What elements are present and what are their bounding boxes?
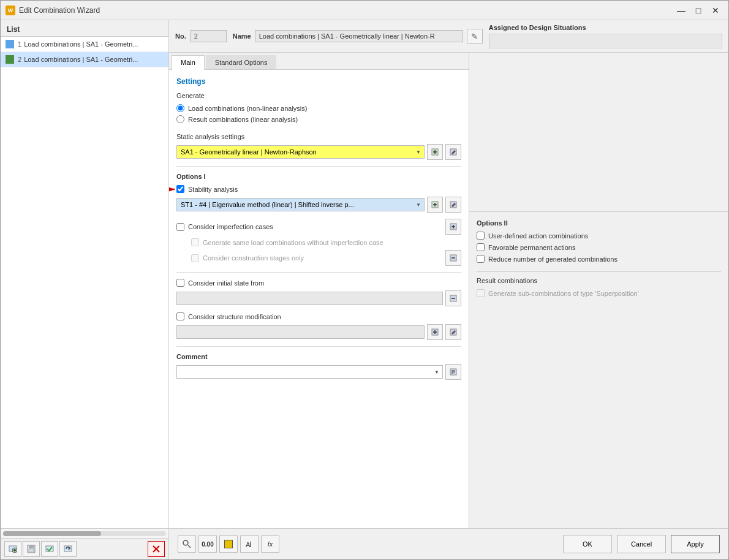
initial-state-btn[interactable] xyxy=(445,290,461,306)
structure-mod-label[interactable]: Consider structure modification xyxy=(188,313,281,320)
construction-checkbox[interactable] xyxy=(191,254,199,262)
text-tool-button[interactable]: A xyxy=(240,535,259,553)
structure-mod-btn1[interactable] xyxy=(427,324,443,340)
apply-button[interactable]: Apply xyxy=(671,535,720,553)
tab-standard-options[interactable]: Standard Options xyxy=(206,55,277,69)
structure-mod-input[interactable] xyxy=(176,325,425,339)
check-icon xyxy=(45,545,54,553)
window-controls: — □ ✕ xyxy=(673,4,723,17)
construction-btn[interactable] xyxy=(445,250,461,266)
stability-btn1[interactable] xyxy=(427,197,443,213)
search-tool-button[interactable] xyxy=(178,535,196,553)
initial-state-input-row xyxy=(176,290,461,306)
edit-name-button[interactable]: ✎ xyxy=(467,29,483,44)
cancel-button[interactable]: Cancel xyxy=(617,535,666,553)
svg-text:A: A xyxy=(246,541,251,548)
result-combinations-label: Result combinations xyxy=(477,277,721,284)
imperfection-checkbox[interactable] xyxy=(176,223,184,231)
check-button[interactable] xyxy=(41,541,58,557)
reduce-row: Reduce number of generated combinations xyxy=(477,255,721,263)
static-analysis-btn2[interactable] xyxy=(445,144,461,160)
radio-linear[interactable] xyxy=(176,115,184,123)
struct-icon1 xyxy=(431,328,439,336)
app-icon: W xyxy=(6,6,15,15)
assigned-section: Assigned to Design Situations xyxy=(489,24,722,48)
item-icon-green xyxy=(6,55,14,64)
structure-mod-checkbox[interactable] xyxy=(176,312,184,320)
imperfection-row: Consider imperfection cases xyxy=(176,219,461,235)
static-analysis-btn1[interactable] xyxy=(427,144,443,160)
search-icon xyxy=(182,539,192,549)
main-window: W Edit Combination Wizard — □ ✕ List 1 L… xyxy=(0,0,729,560)
item-icon-blue xyxy=(6,40,14,48)
same-load-row: Generate same load combinations without … xyxy=(191,238,461,246)
save-icon xyxy=(27,545,36,553)
comment-dropdown-wrapper xyxy=(176,365,443,379)
right-panel: No. Name ✎ Assigned to Design Situations xyxy=(169,20,728,559)
stability-analysis-row: Stability analysis xyxy=(176,185,461,193)
user-defined-label[interactable]: User-defined action combinations xyxy=(488,232,588,240)
color-swatch xyxy=(224,540,233,548)
no-label: No. xyxy=(175,32,186,40)
reduce-label[interactable]: Reduce number of generated combinations xyxy=(488,255,618,263)
initial-state-input[interactable] xyxy=(176,292,443,305)
comment-icon xyxy=(449,368,458,376)
structure-mod-btn2[interactable] xyxy=(445,324,461,340)
item-number-1: 1 xyxy=(18,40,21,48)
svg-point-36 xyxy=(183,540,188,545)
initial-state-checkbox[interactable] xyxy=(176,279,184,287)
struct-icon2 xyxy=(449,328,458,336)
favorable-checkbox[interactable] xyxy=(477,243,485,251)
user-defined-checkbox[interactable] xyxy=(477,232,485,240)
formula-tool-button[interactable]: fx xyxy=(261,535,279,553)
close-button[interactable]: ✕ xyxy=(708,4,723,17)
list-item[interactable]: 1 Load combinations | SA1 - Geometri... xyxy=(1,37,168,52)
static-analysis-dropdown[interactable]: SA1 - Geometrically linear | Newton-Raph… xyxy=(176,145,425,159)
stability-dropdown[interactable]: ST1 - #4 | Eigenvalue method (linear) | … xyxy=(176,198,425,211)
ok-button[interactable]: OK xyxy=(563,535,612,553)
list-item-active[interactable]: 2 Load combinations | SA1 - Geometri... xyxy=(1,52,168,67)
svg-rect-6 xyxy=(29,549,34,552)
number-tool-button[interactable]: 0.00 xyxy=(198,535,217,553)
add-button[interactable] xyxy=(4,541,21,557)
comment-dropdown[interactable] xyxy=(176,365,443,379)
generate-sub-checkbox[interactable] xyxy=(477,289,485,297)
color-tool-button[interactable] xyxy=(219,535,238,553)
stability-btn2[interactable] xyxy=(445,197,461,213)
radio-nonlinear[interactable] xyxy=(176,104,184,112)
delete-button[interactable] xyxy=(148,541,165,557)
stability-edit-icon xyxy=(449,200,458,209)
name-input[interactable] xyxy=(255,30,463,42)
maximize-button[interactable]: □ xyxy=(690,4,706,17)
initial-state-label[interactable]: Consider initial state from xyxy=(188,279,264,287)
name-label: Name xyxy=(233,32,251,40)
favorable-label[interactable]: Favorable permanent actions xyxy=(488,244,575,251)
no-input[interactable] xyxy=(190,30,227,42)
static-analysis-label: Static analysis settings xyxy=(176,133,461,140)
list-items: 1 Load combinations | SA1 - Geometri... … xyxy=(1,37,168,528)
radio-nonlinear-label[interactable]: Load combinations (non-linear analysis) xyxy=(188,105,307,112)
refresh-button[interactable] xyxy=(59,541,77,557)
new-icon xyxy=(431,148,439,156)
same-load-checkbox[interactable] xyxy=(191,238,199,246)
initial-state-icon xyxy=(449,294,458,303)
reduce-checkbox[interactable] xyxy=(477,255,485,263)
list-scrollbar[interactable] xyxy=(1,528,168,538)
save-button[interactable] xyxy=(23,541,40,557)
generate-sub-label: Generate sub-combinations of type 'Super… xyxy=(488,290,639,297)
tab-main[interactable]: Main xyxy=(172,55,205,70)
comment-btn[interactable] xyxy=(445,364,461,380)
minimize-button[interactable]: — xyxy=(673,4,689,17)
edit-icon xyxy=(449,148,458,156)
radio-linear-label[interactable]: Result combinations (linear analysis) xyxy=(188,116,298,123)
comment-row xyxy=(176,364,461,380)
divider-2 xyxy=(176,272,461,273)
generate-sub-row: Generate sub-combinations of type 'Super… xyxy=(477,289,721,297)
imperfection-label[interactable]: Consider imperfection cases xyxy=(188,223,273,230)
imperfection-btn[interactable] xyxy=(445,219,461,235)
bottom-bar: 0.00 A fx OK Cancel Apply xyxy=(169,528,728,559)
initial-state-row: Consider initial state from xyxy=(176,279,461,287)
top-header: No. Name ✎ Assigned to Design Situations xyxy=(169,20,728,53)
stability-label[interactable]: Stability analysis xyxy=(188,186,238,193)
static-analysis-row: SA1 - Geometrically linear | Newton-Raph… xyxy=(176,144,461,160)
